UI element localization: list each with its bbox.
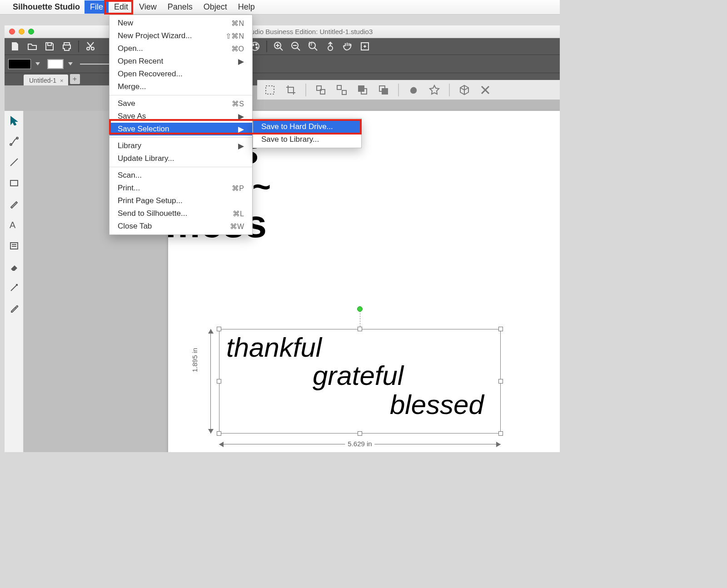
cube-3d-button[interactable] [456, 83, 473, 97]
draw-tool[interactable] [7, 197, 21, 211]
svg-rect-12 [266, 86, 274, 94]
fill-color-dropdown[interactable] [35, 62, 40, 65]
print-button[interactable] [59, 40, 75, 53]
svg-point-21 [10, 144, 12, 145]
svg-rect-20 [382, 89, 388, 94]
select-tool[interactable] [7, 114, 21, 127]
eyedropper-tool[interactable] [7, 302, 21, 315]
file-menu-send-to-silhouette[interactable]: Send to Silhouette...⌘L [110, 207, 252, 220]
menu-object[interactable]: Object [198, 0, 233, 14]
fill-color-swatch[interactable] [8, 59, 31, 69]
ungroup-button[interactable] [334, 83, 350, 97]
window-zoom-button[interactable] [28, 29, 34, 35]
save-submenu-save-to-hard-drive[interactable]: Save to Hard Drive... [253, 120, 361, 133]
stroke-color-swatch[interactable] [47, 59, 64, 69]
menu-view[interactable]: View [134, 0, 162, 14]
text-tool[interactable]: A [7, 218, 21, 232]
delete-button[interactable] [477, 83, 493, 97]
document-tab-active[interactable]: Untitled-1 × [24, 75, 68, 85]
window-minimize-button[interactable] [19, 29, 25, 35]
canvas-area[interactable]: ess his~ mess thankful grateful blessed [24, 111, 560, 452]
svg-rect-23 [10, 180, 18, 186]
document-tab-label: Untitled-1 [29, 77, 56, 84]
svg-point-10 [328, 46, 333, 50]
add-tab-button[interactable]: + [70, 74, 80, 84]
line-tool[interactable] [7, 155, 21, 169]
file-menu-new-project-wizard[interactable]: New Project Wizard...⇧⌘N [110, 30, 252, 42]
knife-tool[interactable] [7, 281, 21, 294]
file-menu-open[interactable]: Open...⌘O [110, 42, 252, 55]
file-menu-close-tab[interactable]: Close Tab⌘W [110, 220, 252, 233]
new-file-button[interactable] [7, 40, 23, 53]
file-menu-open-recent[interactable]: Open Recent▶ [110, 55, 252, 68]
pan-button[interactable] [340, 40, 355, 53]
mac-menubar: Silhouette Studio File Edit View Panels … [0, 0, 560, 15]
send-backward-button[interactable] [354, 83, 371, 97]
transform-toolbar [257, 80, 560, 100]
zoom-in-button[interactable] [271, 40, 286, 53]
file-menu-new[interactable]: New⌘N [110, 17, 252, 30]
stroke-color-dropdown[interactable] [68, 62, 73, 65]
window-traffic-lights [9, 29, 34, 35]
resize-handle-tr[interactable] [498, 327, 503, 331]
star-shape-button[interactable] [426, 83, 443, 97]
svg-point-5 [256, 47, 258, 49]
save-file-button[interactable] [42, 40, 57, 53]
zoom-drag-button[interactable] [323, 40, 338, 53]
window-close-button[interactable] [9, 29, 15, 35]
resize-handle-tm[interactable] [358, 327, 362, 331]
resize-handle-tl[interactable] [217, 327, 221, 331]
left-tool-palette: A [5, 111, 24, 452]
file-menu-merge[interactable]: Merge... [110, 80, 252, 93]
file-menu-save[interactable]: Save⌘S [110, 97, 252, 110]
file-menu-update-library[interactable]: Update Library... [110, 152, 252, 165]
notes-tool[interactable] [7, 239, 21, 253]
save-submenu-save-to-library[interactable]: Save to Library... [253, 133, 361, 146]
window-titlebar: Silhouette Studio Business Edition: Unti… [5, 25, 560, 38]
fit-page-button[interactable] [357, 40, 373, 53]
zoom-out-button[interactable] [288, 40, 304, 53]
app-name[interactable]: Silhouette Studio [13, 2, 80, 12]
selected-object[interactable]: thankful grateful blessed [219, 329, 501, 434]
file-menu-library[interactable]: Library▶ [110, 140, 252, 152]
svg-point-4 [256, 44, 257, 45]
document-tab-close[interactable]: × [60, 77, 64, 84]
zoom-selection-button[interactable] [305, 40, 321, 53]
blob-shape-button[interactable] [405, 83, 422, 97]
file-menu-print-page-setup[interactable]: Print Page Setup... [110, 194, 252, 207]
svg-rect-15 [337, 85, 341, 90]
dimension-height-label: 1.895 in [191, 348, 199, 372]
resize-handle-br[interactable] [498, 431, 503, 436]
cut-button[interactable] [83, 40, 98, 53]
rectangle-tool[interactable] [7, 176, 21, 190]
menu-edit[interactable]: Edit [109, 0, 134, 14]
open-file-button[interactable] [25, 40, 40, 53]
save-selection-submenu: Save to Hard Drive...Save to Library... [253, 118, 362, 148]
select-bounds-button[interactable] [262, 83, 278, 97]
dimension-horizontal: 5.629 in [219, 439, 501, 450]
menu-panels[interactable]: Panels [162, 0, 198, 14]
bring-forward-button[interactable] [375, 83, 392, 97]
resize-handle-lm[interactable] [217, 379, 221, 384]
file-menu-open-recovered[interactable]: Open Recovered... [110, 68, 252, 80]
rotation-handle-line [360, 311, 360, 327]
script-word-1: thankful [226, 332, 322, 363]
dimension-vertical: 1.895 in [205, 329, 216, 434]
resize-handle-bm[interactable] [358, 431, 362, 436]
file-dropdown: New⌘NNew Project Wizard...⇧⌘NOpen...⌘OOp… [109, 15, 253, 235]
resize-handle-rm[interactable] [498, 379, 503, 384]
file-menu-save-selection[interactable]: Save Selection▶ [110, 123, 252, 135]
menu-help[interactable]: Help [233, 0, 260, 14]
file-menu-scan[interactable]: Scan... [110, 169, 252, 182]
edit-points-tool[interactable] [7, 135, 21, 148]
crop-button[interactable] [283, 83, 299, 97]
group-button[interactable] [313, 83, 329, 97]
resize-handle-bl[interactable] [217, 431, 221, 436]
file-menu-save-as[interactable]: Save As▶ [110, 110, 252, 123]
svg-text:A: A [10, 220, 16, 230]
rotation-handle[interactable] [357, 306, 363, 312]
artwork-thankful-grateful-blessed: thankful grateful blessed [222, 332, 498, 431]
menu-file[interactable]: File [85, 0, 109, 14]
file-menu-print[interactable]: Print...⌘P [110, 182, 252, 194]
eraser-tool[interactable] [7, 260, 21, 274]
